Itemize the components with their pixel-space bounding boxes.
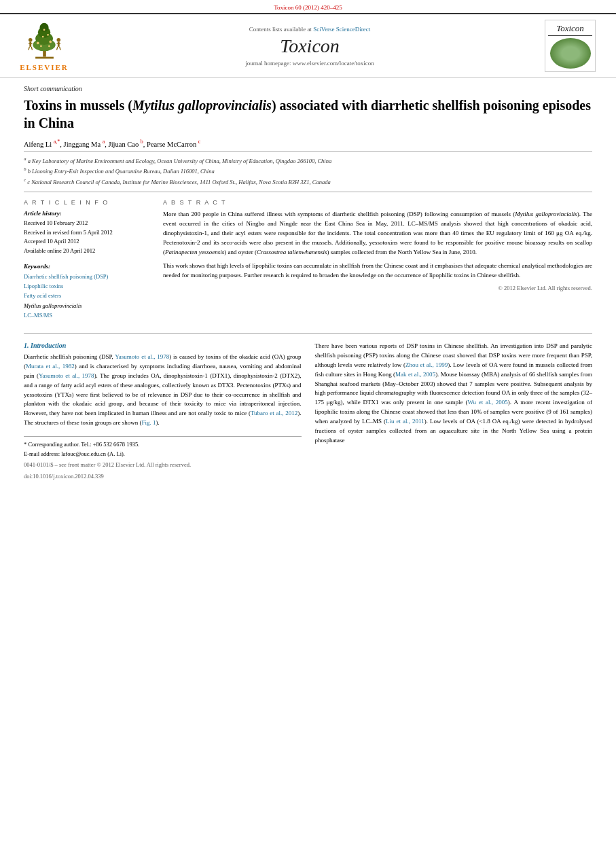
ref-yasumoto1978b[interactable]: Yasumoto et al., 1978 [39, 372, 94, 379]
intro-num: 1. [24, 342, 29, 349]
svg-point-11 [48, 45, 50, 47]
body-right-col: There have been various reports of DSP t… [315, 342, 593, 482]
divider-1 [24, 192, 592, 192]
revised-date: Received in revised form 5 April 2012 [24, 228, 149, 238]
article-info-abstract: A R T I C L E I N F O Article history: R… [24, 199, 592, 327]
keyword-1: Diarrhetic shellfish poisoning (DSP) [24, 272, 149, 281]
article-title-italic: Mytilus galloprovincialis [132, 98, 272, 113]
ref-tubaro2012[interactable]: Tubaro et al., 2012 [251, 410, 297, 416]
svg-point-8 [41, 35, 43, 37]
journal-logo-box: Toxicon [545, 20, 596, 72]
ref-yasumoto1978[interactable]: Yasumoto et al., 1978 [115, 353, 169, 360]
ref-zhou1999[interactable]: Zhou et al., 1999 [405, 361, 448, 368]
svg-line-22 [59, 46, 60, 50]
intro-body-text: Diarrhetic shellfish poisoning (DSP, Yas… [24, 353, 302, 429]
svg-point-6 [36, 41, 39, 44]
elsevier-brand-text: ELSEVIER [20, 63, 69, 71]
ref-wu2005[interactable]: Wu et al., 2005 [467, 399, 507, 406]
affiliations: a a Key Laboratory of Marine Environment… [24, 151, 592, 187]
article-title-plain: Toxins in mussels ( [24, 98, 132, 113]
keyword-2: Lipophilic toxins [24, 281, 149, 291]
keywords-section: Keywords: Diarrhetic shellfish poisoning… [24, 263, 149, 321]
footnote-area: * Corresponding author. Tel.: +86 532 66… [24, 436, 302, 481]
keyword-3: Fatty acid esters [24, 291, 149, 300]
sciverse-line: Contents lists available at SciVerse Sci… [81, 26, 538, 33]
body-left-col: 1. Introduction Diarrhetic shellfish poi… [24, 342, 302, 482]
intro-para1: Diarrhetic shellfish poisoning (DSP, Yas… [24, 353, 302, 429]
history-label: Article history: [24, 210, 149, 217]
svg-line-16 [28, 46, 29, 50]
intro-title: Introduction [31, 342, 66, 349]
svg-line-17 [31, 46, 32, 50]
body-two-col: 1. Introduction Diarrhetic shellfish poi… [24, 342, 592, 482]
abstract-header: A B S T R A C T [163, 199, 592, 206]
journal-logo-right: Toxicon [545, 20, 596, 72]
svg-point-13 [28, 37, 32, 41]
keywords-list: Diarrhetic shellfish poisoning (DSP) Lip… [24, 272, 149, 321]
body-section: 1. Introduction Diarrhetic shellfish poi… [24, 342, 592, 482]
article-title: Toxins in mussels (Mytilus galloprovinci… [24, 96, 592, 132]
journal-homepage: journal homepage: www.elsevier.com/locat… [81, 60, 538, 67]
article-info-col: A R T I C L E I N F O Article history: R… [24, 199, 149, 327]
citation-text: Toxicon 60 (2012) 420–425 [274, 4, 342, 11]
authors-line: Aifeng Li a,*, Jinggang Ma a, Jijuan Cao… [24, 139, 592, 148]
keyword-4: Mytilus galloprovincialis [24, 301, 149, 310]
svg-point-10 [40, 45, 42, 47]
affiliation-b: b b Liaoning Entry-Exit Inspection and Q… [24, 166, 592, 176]
footnote-corresponding: * Corresponding author. Tel.: +86 532 66… [24, 440, 302, 450]
svg-rect-1 [35, 56, 54, 58]
svg-point-18 [56, 37, 60, 41]
sciverse-link[interactable]: SciVerse ScienceDirect [313, 26, 370, 33]
abstract-text: More than 200 people in China suffered i… [163, 210, 592, 281]
svg-point-9 [47, 33, 49, 35]
affiliation-a: a a Key Laboratory of Marine Environment… [24, 156, 592, 166]
right-para1: There have been various reports of DSP t… [315, 342, 593, 446]
sciverse-prefix: Contents lists available at [249, 26, 313, 33]
abstract-para2: This work shows that high levels of lipo… [163, 262, 592, 281]
abstract-col: A B S T R A C T More than 200 people in … [163, 199, 592, 327]
article-type-label: Short communication [24, 85, 592, 92]
footer-issn: 0041-0101/$ – see front matter © 2012 El… [24, 461, 302, 470]
svg-point-7 [49, 40, 52, 43]
journal-logo-image [550, 38, 591, 69]
history-section: Article history: Received 10 February 20… [24, 210, 149, 255]
footnote-email: E-mail address: lafouc@ouc.edu.cn (A. Li… [24, 450, 302, 459]
ref-fig1[interactable]: Fig. 1 [141, 419, 156, 426]
content-area: Short communication Toxins in mussels (M… [0, 78, 616, 492]
intro-section-title: 1. Introduction [24, 342, 302, 349]
affiliation-c: c c National Research Council of Canada,… [24, 177, 592, 187]
elsevier-tree-icon [22, 21, 67, 62]
received-date: Received 10 February 2012 [24, 219, 149, 228]
svg-rect-19 [57, 41, 59, 46]
keyword-5: LC–MS/MS [24, 310, 149, 320]
divider-2 [24, 333, 592, 334]
svg-point-12 [43, 29, 45, 31]
article-info-header: A R T I C L E I N F O [24, 199, 149, 206]
page: Toxicon 60 (2012) 420–425 [0, 0, 616, 841]
journal-center: Contents lists available at SciVerse Sci… [81, 26, 538, 67]
svg-rect-14 [29, 41, 31, 46]
ref-liu2011[interactable]: Liu et al., 2011 [386, 418, 424, 425]
citation-bar: Toxicon 60 (2012) 420–425 [0, 0, 616, 13]
available-date: Available online 20 April 2012 [24, 247, 149, 256]
footer-doi: doi:10.1016/j.toxicon.2012.04.339 [24, 472, 302, 482]
ref-mak2005[interactable]: Mak et al., 2005 [395, 371, 435, 378]
svg-line-21 [56, 46, 57, 50]
elsevier-logo: ELSEVIER [14, 21, 75, 71]
journal-title-display: Toxicon [81, 35, 538, 57]
ref-murata1982[interactable]: Murata et al., 1982 [26, 363, 75, 370]
copyright-line: © 2012 Elsevier Ltd. All rights reserved… [163, 285, 592, 291]
keywords-label: Keywords: [24, 263, 149, 270]
abstract-para1: More than 200 people in China suffered i… [163, 210, 592, 257]
accepted-date: Accepted 10 April 2012 [24, 237, 149, 247]
right-col-body-text: There have been various reports of DSP t… [315, 342, 593, 446]
journal-logo-title: Toxicon [548, 23, 592, 36]
journal-header: ELSEVIER Contents lists available at Sci… [0, 13, 616, 78]
